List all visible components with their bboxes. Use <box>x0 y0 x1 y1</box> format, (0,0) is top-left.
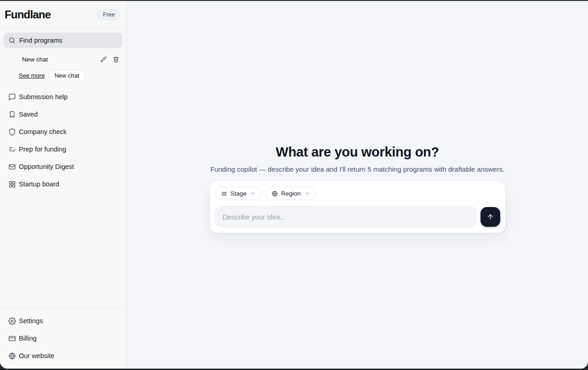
sidebar-item-label: Startup board <box>19 180 59 188</box>
filter-pills: Stage Region <box>215 187 500 200</box>
sidebar-item-label: Company check <box>19 128 67 135</box>
region-filter-dropdown[interactable]: Region <box>266 187 316 200</box>
sidebar-item-submission-help[interactable]: Submission help <box>0 88 126 106</box>
chat-actions: See more New chat <box>0 70 126 81</box>
find-programs-search[interactable]: Find programs <box>4 33 122 48</box>
submit-button[interactable] <box>481 207 500 227</box>
sidebar-item-label: Opportunity Digest <box>19 163 74 170</box>
bookmark-icon <box>8 111 16 118</box>
credit-card-icon <box>8 335 16 342</box>
sidebar-item-billing[interactable]: Billing <box>0 330 126 347</box>
region-filter-label: Region <box>281 190 301 197</box>
chevron-down-icon <box>304 191 310 196</box>
sidebar-item-company-check[interactable]: Company check <box>0 123 126 140</box>
envelope-icon <box>8 163 16 171</box>
chevron-down-icon <box>250 191 256 196</box>
search-icon <box>8 37 16 44</box>
sidebar-item-settings[interactable]: Settings <box>0 312 126 330</box>
idea-input[interactable] <box>215 206 476 227</box>
page-subtitle: Funding copilot — describe your idea and… <box>210 164 505 174</box>
gear-icon <box>8 317 16 325</box>
sidebar-item-startup-board[interactable]: Startup board <box>0 175 126 193</box>
stage-filter-label: Stage <box>231 190 247 197</box>
sidebar-item-our-website[interactable]: Our website <box>0 347 126 364</box>
sidebar-item-label: Settings <box>19 317 43 325</box>
sidebar-nav: Submission help Saved Company check Prep… <box>0 88 126 193</box>
sidebar-item-label: Billing <box>19 335 37 342</box>
sidebar-item-label: Prep for funding <box>19 146 66 153</box>
arrow-up-icon <box>486 213 494 221</box>
globe-icon <box>271 191 278 197</box>
stage-filter-dropdown[interactable]: Stage <box>215 187 262 200</box>
main-content: What are you working on? Funding copilot… <box>127 1 588 369</box>
list-check-icon <box>8 146 16 153</box>
sidebar-item-prep-for-funding[interactable]: Prep for funding <box>0 140 126 158</box>
app-logo: Fundlane <box>5 8 51 21</box>
chat-history-item[interactable]: New chat <box>4 53 121 66</box>
search-label: Find programs <box>19 37 62 44</box>
sidebar-item-saved[interactable]: Saved <box>0 106 126 123</box>
page-title: What are you working on? <box>276 143 439 161</box>
globe-icon <box>8 352 16 360</box>
new-chat-button[interactable]: New chat <box>49 70 85 81</box>
composer-input-row <box>215 206 500 227</box>
sidebar: Fundlane Free Find programs New chat See… <box>0 1 127 369</box>
grid-icon <box>8 180 16 188</box>
sidebar-spacer <box>0 193 126 308</box>
edit-chat-icon[interactable] <box>98 54 108 64</box>
shield-icon <box>8 128 16 136</box>
sidebar-header: Fundlane Free <box>0 1 126 29</box>
sidebar-item-label: Our website <box>19 352 54 359</box>
sidebar-item-label: Submission help <box>19 93 68 101</box>
composer-card: Stage Region <box>209 180 506 233</box>
see-more-link[interactable]: See more <box>19 72 45 79</box>
sidebar-item-opportunity-digest[interactable]: Opportunity Digest <box>0 158 126 175</box>
sidebar-item-label: Saved <box>19 111 38 118</box>
chat-title: New chat <box>22 56 98 63</box>
app-window: Fundlane Free Find programs New chat See… <box>0 1 588 369</box>
chat-bubble-icon <box>8 93 16 101</box>
plan-badge: Free <box>97 9 120 20</box>
filter-lines-icon <box>221 191 227 197</box>
delete-chat-icon[interactable] <box>111 54 121 64</box>
sidebar-footer: Settings Billing Our website <box>0 308 126 369</box>
